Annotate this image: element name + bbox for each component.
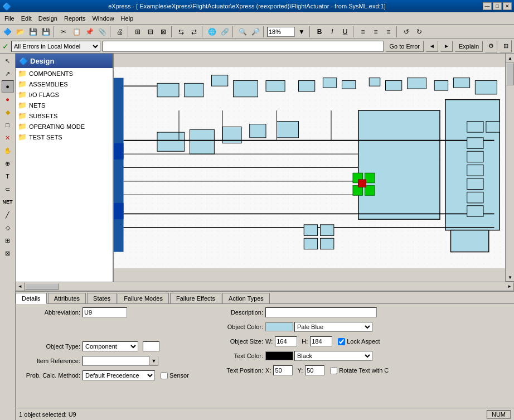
scroll-track[interactable] (506, 62, 514, 273)
tool-zoom[interactable]: ⊕ (2, 157, 14, 170)
tree-item-subsets[interactable]: 📁 SUBSETS (16, 110, 113, 121)
scroll-right-button[interactable]: ► (505, 282, 514, 291)
tb-align-left[interactable]: ≡ (357, 26, 369, 38)
tb-grid2[interactable]: ⊟ (144, 26, 157, 38)
hscroll-track[interactable] (25, 283, 505, 291)
zoom-input[interactable]: 18% (267, 27, 295, 37)
tool-refresh[interactable]: ⊠ (2, 247, 14, 259)
tab-action-types[interactable]: Action Types (222, 293, 270, 303)
tb-underline[interactable]: U (339, 26, 351, 38)
tool-hand[interactable]: ✋ (2, 144, 14, 157)
tb-italic[interactable]: I (326, 26, 338, 38)
goto-error-button[interactable]: Go to Error (386, 41, 424, 52)
itemref-dropdown[interactable]: ▼ (149, 356, 158, 366)
tool-x[interactable]: ✕ (2, 132, 14, 144)
scroll-up-button[interactable]: ▲ (506, 54, 514, 62)
tb-bold[interactable]: B (313, 26, 326, 38)
description-input[interactable] (265, 307, 377, 317)
tb-new[interactable]: 🔷 (1, 26, 13, 38)
tool-select[interactable]: ↖ (2, 55, 14, 67)
nav-left-button[interactable]: ◄ (426, 41, 438, 52)
lockaspect-checkbox[interactable] (338, 338, 345, 345)
error-input[interactable] (103, 41, 384, 52)
tb-arr1[interactable]: ⇆ (175, 26, 187, 38)
tb-paste[interactable]: 📌 (83, 26, 95, 38)
tb-grid[interactable]: ⊞ (132, 26, 144, 38)
explain-button[interactable]: Explain (455, 41, 483, 52)
scroll-left-button[interactable]: ◄ (16, 282, 25, 291)
width-input[interactable] (275, 336, 297, 346)
tool-net[interactable]: NET (2, 196, 14, 208)
objectcolor-select[interactable]: Pale Blue (294, 322, 372, 332)
error-dropdown[interactable]: All Errors in Local Model (11, 41, 100, 52)
tab-states[interactable]: States (87, 293, 117, 303)
abbreviation-input[interactable] (83, 307, 127, 317)
nav-right-button[interactable]: ► (440, 41, 453, 52)
tb-arr2[interactable]: ⇄ (188, 26, 200, 38)
tree-item-testsets[interactable]: 📁 TEST SETS (16, 132, 113, 142)
textcolor-select[interactable]: Black (294, 351, 372, 361)
tool-box[interactable]: □ (2, 119, 14, 131)
tool-grid4[interactable]: ⊞ (2, 234, 14, 247)
tool-yellow[interactable]: ◆ (2, 106, 14, 118)
tb-print[interactable]: 🖨 (114, 26, 126, 38)
view-toggle-button[interactable]: ⊞ (500, 40, 512, 52)
tab-failure-effects[interactable]: Failure Effects (170, 293, 221, 303)
scroll-thumb[interactable] (506, 63, 514, 85)
menu-help[interactable]: Help (118, 14, 137, 23)
tb-zoom-in[interactable]: 🔎 (249, 26, 261, 38)
tree-item-assemblies[interactable]: 📁 ASSEMBLIES (16, 79, 113, 89)
tree-item-nets[interactable]: 📁 NETS (16, 100, 113, 110)
menu-edit[interactable]: Edit (18, 14, 35, 23)
objecttype-select[interactable]: Component (83, 341, 138, 351)
menu-reports[interactable]: Reports (61, 14, 89, 23)
minimize-button[interactable]: — (483, 2, 492, 10)
tb-undo[interactable]: 💾 (40, 26, 52, 38)
canvas-area[interactable] (114, 54, 505, 282)
tool-red[interactable]: ● (2, 93, 14, 105)
tool-shape[interactable]: ◇ (2, 221, 14, 234)
tb-globe[interactable]: 🌐 (206, 26, 218, 38)
hscroll-thumb[interactable] (25, 283, 59, 290)
horizontal-scrollbar[interactable]: ◄ ► (16, 282, 514, 291)
tool-line[interactable]: ╱ (2, 209, 14, 221)
tab-attributes[interactable]: Attributes (48, 293, 86, 303)
scroll-down-button[interactable]: ▼ (506, 273, 514, 282)
tab-details[interactable]: Details (16, 293, 47, 304)
tb-align-center[interactable]: ≡ (370, 26, 382, 38)
tb-link[interactable]: 🔗 (219, 26, 231, 38)
tree-item-components[interactable]: 📁 COMPONENTS (16, 68, 113, 79)
tb-rotate-ccw[interactable]: ↺ (400, 26, 413, 38)
itemref-input[interactable] (83, 356, 149, 366)
tb-zoom-out[interactable]: 🔍 (236, 26, 249, 38)
tb-save[interactable]: 💾 (27, 26, 39, 38)
tb-cut[interactable]: ✂ (57, 26, 70, 38)
sensor-checkbox[interactable] (161, 372, 168, 379)
settings-button[interactable]: ⚙ (485, 40, 497, 52)
rotate-checkbox[interactable] (330, 367, 337, 374)
menu-window[interactable]: Window (89, 14, 117, 23)
tb-rotate-cw[interactable]: ↻ (413, 26, 425, 38)
menu-design[interactable]: Design (35, 14, 61, 23)
close-button[interactable]: ✕ (503, 2, 512, 10)
tool-active[interactable]: ● (2, 80, 14, 93)
x-input[interactable] (273, 365, 293, 375)
tb-align-right[interactable]: ≡ (382, 26, 395, 38)
probcalc-select[interactable]: Default Precedence (83, 370, 155, 380)
vertical-scrollbar[interactable]: ▲ ▼ (505, 54, 514, 282)
tab-failure-modes[interactable]: Failure Modes (118, 293, 169, 303)
tree-item-ioflags[interactable]: 📁 I/O FLAGS (16, 89, 113, 100)
tool-text[interactable]: T (2, 170, 14, 182)
zoom-dropdown[interactable]: ▼ (295, 26, 308, 38)
tool-arrow[interactable]: ↗ (2, 67, 14, 80)
y-input[interactable] (305, 365, 324, 375)
menu-file[interactable]: File (1, 14, 18, 23)
tool-connect[interactable]: ⊂ (2, 183, 14, 195)
height-input[interactable] (310, 336, 332, 346)
objecttype-extra[interactable] (143, 341, 159, 351)
tree-item-operatingmode[interactable]: 📁 OPERATING MODE (16, 121, 113, 132)
tb-open[interactable]: 📂 (14, 26, 26, 38)
tb-paste2[interactable]: 📎 (96, 26, 108, 38)
tb-grid3[interactable]: ⊠ (157, 26, 169, 38)
maximize-button[interactable]: □ (493, 2, 502, 10)
